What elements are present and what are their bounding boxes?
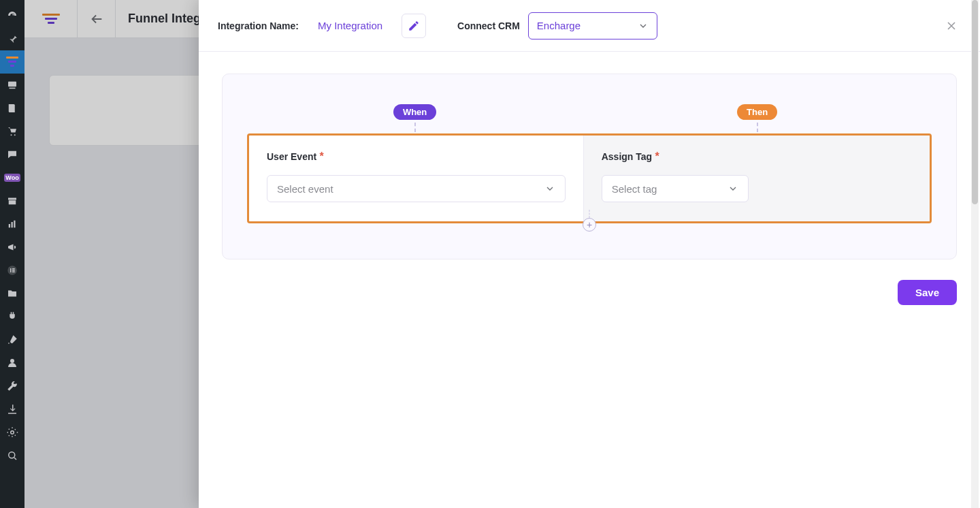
edit-name-button[interactable] [402,14,426,38]
assign-tag-required: * [655,150,659,162]
svg-rect-5 [9,200,16,204]
svg-rect-8 [14,221,15,228]
sidebar-item-cart[interactable] [0,120,24,143]
sidebar-item-woo[interactable]: Woo [0,166,24,189]
then-panel: Assign Tag * Select tag [583,136,930,221]
then-connector [757,123,758,132]
sidebar-item-users[interactable] [0,351,24,375]
funnel-icon [5,57,19,67]
svg-point-15 [11,431,14,434]
crm-select[interactable]: Encharge [528,12,657,39]
chevron-down-icon [728,183,738,194]
sidebar-item-analytics[interactable] [0,212,24,236]
sidebar-item-funnels[interactable] [0,50,24,74]
folder-icon [6,287,18,300]
cart-icon [6,125,18,138]
when-pill: When [393,104,436,120]
svg-rect-1 [10,88,16,89]
when-panel: User Event * Select event [249,136,583,221]
wrench-icon [6,380,18,392]
user-event-label: User Event [267,151,316,162]
modal-header: Integration Name: My Integration Connect… [199,0,980,52]
when-connector [414,123,416,132]
admin-sidebar: Woo [0,0,24,508]
sidebar-item-pages[interactable] [0,97,24,120]
user-event-required: * [320,150,324,162]
assign-tag-label: Assign Tag [602,151,652,162]
svg-point-2 [11,134,12,136]
chat-icon [6,148,18,161]
user-event-placeholder: Select event [277,183,333,195]
plug-icon [6,311,18,323]
archive-icon [6,195,18,207]
sidebar-item-pin[interactable] [0,27,24,50]
pin-icon [6,33,18,45]
svg-point-16 [9,452,15,458]
woo-icon: Woo [4,174,20,182]
sidebar-item-plugins[interactable] [0,305,24,328]
sidebar-item-dashboard[interactable] [0,4,24,27]
gauge-icon [6,10,18,22]
bars-icon [6,218,18,230]
sidebar-item-comments[interactable] [0,143,24,166]
pencil-icon [408,20,420,32]
pill-row: When Then [247,104,932,132]
add-connector [589,210,590,218]
megaphone-icon [6,241,18,253]
media-icon [6,79,18,91]
add-rule-button[interactable]: + [583,218,596,232]
svg-rect-10 [10,268,12,272]
connect-crm-label: Connect CRM [457,20,520,31]
sidebar-item-tools[interactable] [0,328,24,351]
svg-rect-7 [12,222,13,227]
user-icon [6,357,18,369]
save-button[interactable]: Save [898,280,957,305]
sidebar-item-appearance[interactable] [0,189,24,212]
assign-tag-placeholder: Select tag [612,183,657,195]
elementor-icon [6,264,18,276]
assign-tag-select[interactable]: Select tag [602,175,749,202]
svg-rect-12 [12,270,15,271]
integration-modal: Integration Name: My Integration Connect… [199,0,980,508]
close-icon [945,19,958,33]
plus-icon: + [587,220,592,229]
crm-selected-value: Encharge [537,20,581,31]
svg-point-3 [14,134,16,136]
gear-outline-icon [6,426,18,439]
modal-body: When Then User Event * Select event [199,52,980,321]
modal-scrollbar[interactable] [970,0,980,508]
sidebar-item-templates[interactable] [0,282,24,305]
then-pill: Then [737,104,777,120]
chevron-down-icon [638,20,649,31]
svg-rect-0 [8,82,16,87]
user-event-select[interactable]: Select event [267,175,566,202]
sidebar-item-settings[interactable] [0,375,24,398]
integration-name-label: Integration Name: [218,20,299,31]
magnify-q-icon [6,449,18,462]
chevron-down-icon [544,183,555,194]
close-button[interactable] [942,16,961,35]
brush-icon [6,334,18,346]
book-icon [6,102,18,114]
svg-rect-6 [9,224,10,227]
sidebar-item-elementor[interactable] [0,259,24,282]
sidebar-item-cache[interactable] [0,421,24,444]
rule-builder-card: When Then User Event * Select event [222,74,957,259]
sidebar-item-seo[interactable] [0,444,24,467]
sidebar-item-snippets[interactable] [0,398,24,421]
integration-name-value: My Integration [318,20,382,31]
svg-point-14 [10,359,14,363]
svg-rect-4 [8,198,16,200]
import-icon [6,403,18,415]
sidebar-item-marketing[interactable] [0,236,24,259]
svg-rect-13 [12,272,15,273]
svg-rect-11 [12,268,15,270]
sidebar-item-media[interactable] [0,74,24,97]
